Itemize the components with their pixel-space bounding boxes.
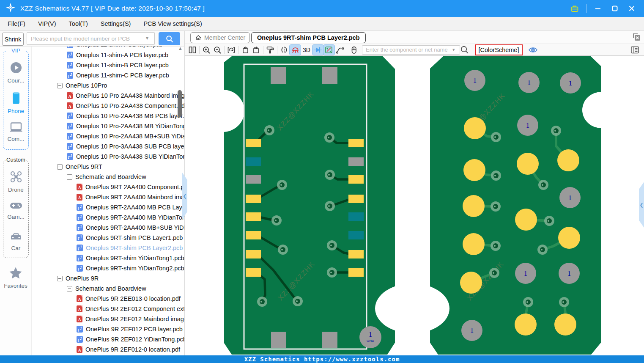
tree-item-oneplus-9rt-2aa400-mb-yidiantong-pcb[interactable]: Oneplus 9RT-2AA400 MB YiDianTong.pcb [32, 212, 184, 223]
tree-group-schematic-and-boardview[interactable]: Schematic and Boardview [32, 172, 184, 182]
collapse-toggle-icon[interactable] [57, 83, 63, 88]
tree-item-oneplus-9r-2ef012-yidiantong-pcb[interactable]: OnePlus 9R 2EF012 YiDianTong.pcb [32, 334, 184, 344]
rail-item-course[interactable]: Cour... [3, 61, 28, 84]
rail-item-gamepad[interactable]: Gam... [3, 201, 28, 220]
collapse-toggle-icon[interactable] [57, 164, 63, 170]
tree-item-oneplus-9rt-shim-yidiantong2-pcb[interactable]: Oneplus 9RT-shim YiDianTong2.pcb [32, 263, 184, 273]
toolbar-split-icon[interactable] [187, 45, 198, 55]
toolbar-measure-icon[interactable] [323, 45, 334, 55]
model-search-input[interactable] [27, 32, 155, 45]
menu-pcb-view-settings-s[interactable]: PCB View settings(S) [143, 20, 202, 27]
pcb-file-icon[interactable] [67, 52, 73, 58]
tree-item-oneplus-9r-2ef012-pcb-layer-pcb[interactable]: OnePlus 9R 2EF012 PCB layer.pcb [32, 324, 184, 334]
pcb-file-icon[interactable] [67, 143, 73, 150]
vip-briefcase-icon[interactable] [569, 3, 580, 14]
tree-scrollbar[interactable]: ▲ [177, 47, 183, 355]
pcb-file-icon[interactable] [67, 72, 73, 79]
pcb-file-icon[interactable] [77, 214, 83, 221]
tree-item-oneplus-10-pro-2aa438-mainbord-image-pdf[interactable]: AOnePlus 10 Pro 2AA438 Mainbord image.pd… [32, 91, 184, 101]
tree-item-oneplus-11-shim-b-pcb-layer-pcb[interactable]: Oneplus 11-shim-B PCB layer.pcb [32, 60, 184, 70]
collapse-toggle-icon[interactable] [67, 174, 72, 180]
collapse-toggle-icon[interactable] [67, 286, 72, 292]
tree-item-oneplus-9r-2ef012-component-extract-pdf[interactable]: AOnePlus 9R 2EF012 Component extract.pdf [32, 304, 184, 314]
pdf-file-icon[interactable]: A [67, 92, 73, 99]
rail-item-favorites[interactable]: Favorites [0, 267, 31, 289]
pcb-file-icon[interactable] [67, 153, 73, 160]
visibility-eye-icon[interactable] [528, 46, 538, 54]
pdf-file-icon[interactable]: A [77, 184, 82, 190]
tree-scrollbar-thumb[interactable] [178, 90, 182, 117]
toolbar-fit-icon[interactable] [226, 45, 237, 55]
menu-file-f[interactable]: File(F) [8, 20, 25, 27]
toolbar-zoom-in-icon[interactable] [201, 45, 212, 55]
pdf-file-icon[interactable]: A [77, 295, 82, 302]
pcb-file-icon[interactable] [77, 255, 83, 261]
toolbar-mirror-icon[interactable] [279, 45, 290, 55]
color-scheme-button[interactable]: [ColorScheme] [475, 44, 523, 55]
menu-vip-v[interactable]: VIP(V) [38, 20, 56, 27]
close-button[interactable] [626, 3, 637, 14]
menu-settings-s[interactable]: Settings(S) [101, 20, 131, 27]
tree-group-oneplus-9r[interactable]: OnePlus 9R [32, 273, 184, 283]
tree-item-oneplus-9r-2ee013-0-location-pdf[interactable]: AOnePlus 9R 2EE013-0 location.pdf [32, 294, 184, 304]
tree-item-oneplus-9rt-2aa400-component-pdf[interactable]: AOnePlus 9RT 2AA400 Component.pdf [32, 182, 184, 192]
maximize-button[interactable] [609, 3, 620, 14]
toolbar-rotate-ccw-icon[interactable] [240, 45, 251, 55]
collapse-left-panel-handle[interactable]: ❮ [182, 173, 187, 219]
tree-item-oneplus-10-pro-2aa438-component-pdf[interactable]: AOnePlus 10 Pro-2AA438 Component.pdf [32, 101, 184, 111]
menu-tool-t[interactable]: Tool(T) [69, 20, 88, 27]
tree-item-oneplus-11-shim-pcb-layer-pcb[interactable]: Oneplus 11-shim PCB layer.pcb [32, 47, 184, 50]
toolbar-mouse-icon[interactable] [348, 45, 359, 55]
tree-item-oneplus-9r-2ef012-0-location-pdf[interactable]: AOnePlus 9R 2EF012-0 location.pdf [32, 344, 184, 355]
collapse-toggle-icon[interactable] [57, 276, 63, 281]
pdf-file-icon[interactable]: A [67, 102, 73, 109]
tree-group-schematic-and-boardview[interactable]: Schematic and Boardview [32, 283, 184, 294]
tree-item-oneplus-10-pro-3aa438-sub-yidiantong-pcb[interactable]: Oneplus 10 Pro-3AA438 SUB YiDianTong.pcb [32, 151, 184, 162]
tree-item-oneplus-9rt-2aa400-mb-pcb-layer-pcb[interactable]: Oneplus 9RT-2AA400 MB PCB Layer.pcb [32, 202, 184, 212]
toolbar-paint-roller-icon[interactable] [265, 45, 276, 55]
tab-oneplus-9rt-shim-pcb-layer2[interactable]: Oneplus 9RT-shim PCB Layer2.pcb [251, 32, 366, 43]
model-search-button[interactable] [159, 32, 180, 45]
pcb-file-icon[interactable] [77, 265, 83, 272]
collapse-right-panel-handle[interactable]: ❮ [639, 182, 644, 228]
toolbar-label-3d[interactable]: 3D [301, 45, 312, 55]
pcb-canvas[interactable]: XZZ@XZZHKXZZ@XZZHKXZZ@XZZHKXZZ@XZZHK1111… [185, 56, 644, 355]
tree-item-oneplus-10-pro-3aa438-sub-pcb-layer-pcb[interactable]: Oneplus 10 Pro-3AA438 SUB PCB layer.pcb [32, 141, 184, 151]
pcb-file-icon[interactable] [77, 336, 83, 343]
close-all-tabs-icon[interactable] [632, 32, 641, 44]
tree-item-oneplus-10-pro-2aa438-mb-pcb-layer-pcb[interactable]: Oneplus 10 Pro-2AA438 MB PCB layer.pcb [32, 111, 184, 121]
pcb-file-icon[interactable] [77, 245, 83, 251]
shrink-button[interactable]: Shrink [2, 33, 24, 46]
component-search-icon[interactable] [460, 45, 469, 54]
rail-item-drone[interactable]: Drone [3, 170, 28, 193]
pcb-file-icon[interactable] [67, 62, 73, 69]
pcb-file-icon[interactable] [77, 224, 83, 231]
rail-item-computer[interactable]: Com... [3, 122, 28, 142]
pcb-file-icon[interactable] [67, 133, 73, 140]
tree-item-oneplus-9rt-shim-pcb-layer2-pcb[interactable]: Oneplus 9RT-shim PCB Layer2.pcb [32, 243, 184, 253]
pcb-file-icon[interactable] [77, 326, 83, 333]
pcb-file-icon[interactable] [77, 204, 83, 211]
toolbar-rotate-cw-icon[interactable] [251, 45, 262, 55]
component-search-input[interactable] [362, 45, 460, 55]
pcb-file-icon[interactable] [77, 234, 83, 241]
rail-item-car[interactable]: Car [3, 231, 28, 251]
pdf-file-icon[interactable]: A [77, 305, 82, 312]
tree-item-oneplus-10-pro-2aa438-mb-sub-yidiantong-pcb[interactable]: Oneplus 10 Pro-2AA438 MB+SUB YiDianTong.… [32, 131, 184, 141]
tree-group-oneplus-9rt[interactable]: OnePlus 9RT [32, 162, 184, 172]
rail-item-phone[interactable]: Phone [3, 92, 28, 114]
pdf-file-icon[interactable]: A [77, 346, 82, 353]
scroll-up-icon[interactable]: ▲ [178, 46, 183, 51]
pcb-file-icon[interactable] [67, 47, 73, 48]
pcb-file-icon[interactable] [67, 123, 73, 129]
tree-item-oneplus-10-pro-2aa438-mb-yidiantong-pcb[interactable]: Oneplus 10 Pro-2AA438 MB YiDianTong.pcb [32, 121, 184, 131]
pdf-file-icon[interactable]: A [77, 194, 82, 201]
tree-item-oneplus-11-shim-a-pcb-layer-pcb[interactable]: Oneplus 11-shim-A PCB layer.pcb [32, 50, 184, 60]
tree-item-oneplus-9rt-shim-pcb-layer1-pcb[interactable]: Oneplus 9RT-shim PCB Layer1.pcb [32, 233, 184, 243]
tree-group-oneplus-10pro[interactable]: OnePlus 10Pro [32, 80, 184, 91]
right-panel-toggle-icon[interactable] [630, 45, 640, 55]
toolbar-curve-icon[interactable] [334, 45, 345, 55]
pcb-file-icon[interactable] [67, 113, 73, 119]
tree-item-oneplus-9r-2ef012-mainbord-image-pdf[interactable]: AOnePlus 9R 2EF012 Mainbord image.pdf [32, 314, 184, 324]
pdf-file-icon[interactable]: A [77, 316, 82, 322]
